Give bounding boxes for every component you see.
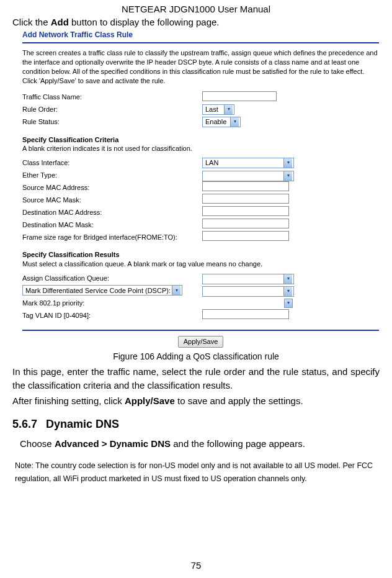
select-8021p[interactable]: ▾ <box>284 299 293 308</box>
results-sub: Must select a classification queue. A bl… <box>22 260 379 269</box>
section-heading: 5.6.7Dynamic DNS <box>12 418 380 431</box>
chevron-down-icon: ▾ <box>283 158 292 168</box>
figure-caption: Figure 106 Adding a QoS classification r… <box>12 351 380 361</box>
select-rule-order-value: Last <box>205 105 218 114</box>
row-source-mask: Source MAC Mask: <box>22 194 379 205</box>
row-assign-queue: Assign Classification Queue: ▾ <box>22 273 379 284</box>
screenshot-title: Add Network Traffic Class Rule <box>22 30 379 40</box>
intro-suffix: button to display the following page. <box>69 17 220 27</box>
label-dscp: Mark Differentiated Service Code Point (… <box>25 286 171 296</box>
select-dscp-label[interactable]: Mark Differentiated Service Code Point (… <box>22 285 182 296</box>
apply-save-button[interactable]: Apply/Save <box>178 336 224 348</box>
label-ether-type: Ether Type: <box>22 171 202 180</box>
divider-bottom <box>22 330 379 331</box>
section-text-prefix: Choose <box>20 438 55 449</box>
section-text-suffix: and the following page appears. <box>171 438 305 449</box>
row-dest-mask: Destination MAC Mask: <box>22 219 379 230</box>
label-dest-mac: Destination MAC Address: <box>22 208 202 217</box>
section-body: Choose Advanced > Dynamic DNS and the fo… <box>20 437 380 451</box>
label-rule-status: Rule Status: <box>22 117 202 127</box>
body-text-2: After finishing setting, click Apply/Sav… <box>12 394 380 408</box>
select-rule-status[interactable]: Enable▾ <box>202 117 241 127</box>
label-8021p: Mark 802.1p priority: <box>22 299 202 308</box>
footer-note: Note: The country code selection is for … <box>12 459 380 486</box>
body2-prefix: After finishing setting, click <box>12 395 125 406</box>
label-class-interface: Class Interface: <box>22 158 202 168</box>
select-class-interface-value: LAN <box>205 158 218 168</box>
input-traffic-class-name[interactable] <box>202 91 277 101</box>
body2-suffix: to save and apply the settings. <box>175 395 303 406</box>
select-assign-queue[interactable]: ▾ <box>202 274 294 284</box>
label-rule-order: Rule Order: <box>22 105 202 114</box>
criteria-title: Specify Classification Criteria <box>22 135 379 145</box>
select-rule-status-value: Enable <box>205 117 226 127</box>
intro-prefix: Click the <box>12 17 51 27</box>
intro-line: Click the Add button to display the foll… <box>12 17 380 27</box>
chevron-down-icon: ▾ <box>230 117 239 127</box>
page-number: 75 <box>0 560 392 571</box>
label-assign-queue: Assign Classification Queue: <box>22 274 202 283</box>
page-header: NETGEAR JDGN1000 User Manual <box>0 0 392 17</box>
chevron-down-icon: ▾ <box>224 105 233 114</box>
chevron-down-icon: ▾ <box>283 171 292 181</box>
input-dest-mac[interactable] <box>202 206 289 216</box>
body-text-1: In this page, enter the traffic name, se… <box>12 365 380 392</box>
results-title: Specify Classification Results <box>22 250 379 260</box>
row-8021p: Mark 802.1p priority: ▾ <box>22 297 379 309</box>
screenshot-panel: Add Network Traffic Class Rule The scree… <box>22 30 379 348</box>
criteria-sub: A blank criterion indicates it is not us… <box>22 144 379 153</box>
section-text-bold: Advanced > Dynamic DNS <box>55 438 171 449</box>
row-source-mac: Source MAC Address: <box>22 182 379 193</box>
label-source-mask: Source MAC Mask: <box>22 196 202 205</box>
row-class-interface: Class Interface: LAN▾ <box>22 157 379 168</box>
input-source-mask[interactable] <box>202 194 289 204</box>
chevron-down-icon: ▾ <box>283 287 292 296</box>
input-vlan[interactable] <box>202 309 289 319</box>
label-traffic-class-name: Traffic Class Name: <box>22 93 202 102</box>
input-dest-mask[interactable] <box>202 219 289 228</box>
select-ether-type[interactable]: ▾ <box>202 171 294 181</box>
label-frame-size: Frame size rage for Bridged interface(FR… <box>22 233 202 242</box>
row-ether-type: Ether Type: ▾ <box>22 169 379 181</box>
row-dscp: Mark Differentiated Service Code Point (… <box>22 285 379 296</box>
screenshot-description: The screen creates a traffic class rule … <box>22 48 379 85</box>
select-class-interface[interactable]: LAN▾ <box>202 158 294 168</box>
input-frame-size[interactable] <box>202 231 289 241</box>
row-traffic-class-name: Traffic Class Name: <box>22 92 379 103</box>
row-dest-mac: Destination MAC Address: <box>22 207 379 218</box>
section-title: Dynamic DNS <box>46 418 119 430</box>
select-rule-order[interactable]: Last▾ <box>202 104 234 115</box>
label-source-mac: Source MAC Address: <box>22 183 202 192</box>
divider-top <box>22 42 379 43</box>
row-rule-order: Rule Order: Last▾ <box>22 104 379 115</box>
body2-bold: Apply/Save <box>125 395 175 406</box>
chevron-down-icon: ▾ <box>283 274 292 284</box>
chevron-down-icon: ▾ <box>172 286 180 295</box>
row-rule-status: Rule Status: Enable▾ <box>22 117 379 128</box>
row-frame-size: Frame size rage for Bridged interface(FR… <box>22 232 379 243</box>
main-content: Click the Add button to display the foll… <box>0 17 392 485</box>
row-vlan: Tag VLAN ID [0-4094]: <box>22 310 379 321</box>
intro-bold: Add <box>51 17 69 27</box>
select-dscp-value[interactable]: ▾ <box>202 286 294 297</box>
section-number: 5.6.7 <box>12 418 46 431</box>
input-source-mac[interactable] <box>202 181 289 191</box>
label-dest-mask: Destination MAC Mask: <box>22 220 202 230</box>
label-vlan: Tag VLAN ID [0-4094]: <box>22 311 202 320</box>
